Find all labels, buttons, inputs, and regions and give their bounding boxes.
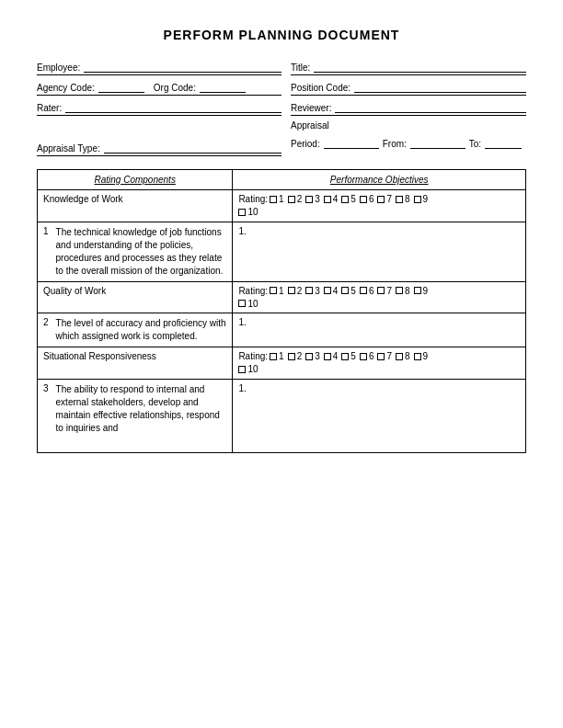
appraisal-type-row: Appraisal Type: <box>37 140 282 156</box>
title-row: Title: <box>291 59 526 75</box>
cb-3-6[interactable]: 6 <box>360 351 374 361</box>
org-code-label: Org Code: <box>154 83 196 93</box>
cb-2-4[interactable]: 4 <box>324 286 339 296</box>
table-header-row: Rating Components Performance Objectives <box>38 170 526 190</box>
table-row: 3 The ability to respond to internal and… <box>38 379 526 452</box>
title-label: Title: <box>291 63 310 73</box>
detail-num-1: 1 <box>43 226 52 278</box>
component-name-2: Quality of Work <box>38 281 233 313</box>
rating-label-2: Rating: 1 2 3 4 5 6 7 8 9 <box>238 286 520 296</box>
detail-cell-1: 1 The technical knowledge of job functio… <box>38 222 233 281</box>
rating-prefix-3: Rating: <box>238 351 268 361</box>
detail-text-1: The technical knowledge of job functions… <box>56 226 227 278</box>
cb-3-1[interactable]: 1 <box>270 351 284 361</box>
table-row: Knowledge of Work Rating: 1 2 3 4 5 6 7 … <box>38 190 526 222</box>
cb-3-3[interactable]: 3 <box>305 351 320 361</box>
appraisal-type-label: Appraisal Type: <box>37 143 100 154</box>
agency-code-label: Agency Code: <box>37 83 95 93</box>
component-name-1: Knowledge of Work <box>38 190 233 222</box>
to-label: To: <box>469 139 481 149</box>
employee-row: Employee: <box>37 59 282 75</box>
cb-1-5[interactable]: 5 <box>341 194 356 204</box>
cb-2-2[interactable]: 2 <box>288 286 303 296</box>
agency-code-part: Agency Code: <box>37 79 144 93</box>
detail-cell-2: 2 The level of accuracy and proficiency … <box>38 313 233 347</box>
cb-2-3[interactable]: 3 <box>305 286 320 296</box>
perf-obj-2: 1. <box>233 313 526 347</box>
detail-text-2: The level of accuracy and proficiency wi… <box>56 317 227 343</box>
perf-obj-3: 1. <box>233 379 526 452</box>
table-row: Quality of Work Rating: 1 2 3 4 5 6 7 8 … <box>38 281 526 313</box>
form-right: Title: Position Code: Reviewer: Appraisa… <box>282 59 526 156</box>
detail-num-3: 3 <box>43 383 52 435</box>
col1-header: Rating Components <box>38 170 233 190</box>
col2-header: Performance Objectives <box>233 170 526 190</box>
cb-1-1[interactable]: 1 <box>270 194 284 204</box>
cb-2-6[interactable]: 6 <box>360 286 374 296</box>
form-left: Employee: Agency Code: Org Code: Rater: … <box>37 59 282 156</box>
cb-2-9[interactable]: 9 <box>414 286 429 296</box>
cb-3-5[interactable]: 5 <box>341 351 356 361</box>
period-label: Period: <box>291 139 320 149</box>
cb-2-7[interactable]: 7 <box>377 286 392 296</box>
rater-label: Rater: <box>37 103 62 113</box>
rating-prefix-1: Rating: <box>238 194 268 204</box>
position-code-row: Position Code: <box>291 79 526 96</box>
cb-3-9[interactable]: 9 <box>414 351 429 361</box>
cb-3-7[interactable]: 7 <box>377 351 392 361</box>
cb-2-1[interactable]: 1 <box>270 286 284 296</box>
cb-1-7[interactable]: 7 <box>377 194 392 204</box>
table-row: 2 The level of accuracy and proficiency … <box>38 313 526 347</box>
cb-1-3[interactable]: 3 <box>305 194 320 204</box>
cb-2-10[interactable]: 10 <box>238 299 258 309</box>
component-name-3: Situational Responsiveness <box>38 347 233 380</box>
employee-label: Employee: <box>37 63 80 73</box>
reviewer-label: Reviewer: <box>291 103 331 113</box>
rating-prefix-2: Rating: <box>238 286 268 296</box>
detail-num-2: 2 <box>43 317 52 343</box>
perf-obj-1: 1. <box>233 222 526 281</box>
cb-2-8[interactable]: 8 <box>396 286 410 296</box>
rater-row: Rater: <box>37 99 282 116</box>
cb-1-10[interactable]: 10 <box>238 207 258 217</box>
rating-label-1: Rating: 1 2 3 4 5 6 7 8 9 <box>238 194 520 204</box>
agency-org-row: Agency Code: Org Code: <box>37 79 282 96</box>
cb-2-5[interactable]: 5 <box>341 286 356 296</box>
from-label: From: <box>383 139 407 149</box>
reviewer-row: Reviewer: <box>291 99 526 116</box>
cb-1-8[interactable]: 8 <box>396 194 410 204</box>
cb-1-9[interactable]: 9 <box>414 194 429 204</box>
rating-label-3: Rating: 1 2 3 4 5 6 7 8 9 <box>238 351 520 361</box>
org-code-part: Org Code: <box>154 79 246 93</box>
appraisal-label-row: Appraisal <box>291 119 526 132</box>
table-row: Situational Responsiveness Rating: 1 2 3… <box>38 347 526 380</box>
spacer-row <box>37 119 282 136</box>
table-row: 1 The technical knowledge of job functio… <box>38 222 526 281</box>
detail-text-3: The ability to respond to internal and e… <box>56 383 227 435</box>
cb-3-8[interactable]: 8 <box>396 351 410 361</box>
rating-cell-1: Rating: 1 2 3 4 5 6 7 8 9 10 <box>233 190 526 222</box>
rating-cell-3: Rating: 1 2 3 4 5 6 7 8 9 10 <box>233 347 526 380</box>
cb-1-2[interactable]: 2 <box>288 194 303 204</box>
page-title: PERFORM PLANNING DOCUMENT <box>37 28 526 42</box>
cb-3-2[interactable]: 2 <box>288 351 303 361</box>
main-table: Rating Components Performance Objectives… <box>37 169 526 453</box>
appraisal-period-row: Period: From: To: <box>291 136 526 151</box>
cb-3-4[interactable]: 4 <box>324 351 339 361</box>
appraisal-label: Appraisal <box>291 120 329 131</box>
detail-cell-3: 3 The ability to respond to internal and… <box>38 379 233 452</box>
cb-1-4[interactable]: 4 <box>324 194 339 204</box>
cb-3-10[interactable]: 10 <box>238 364 258 374</box>
form-header: Employee: Agency Code: Org Code: Rater: … <box>37 59 526 156</box>
position-code-label: Position Code: <box>291 83 350 93</box>
cb-1-6[interactable]: 6 <box>360 194 374 204</box>
rating-cell-2: Rating: 1 2 3 4 5 6 7 8 9 10 <box>233 281 526 313</box>
